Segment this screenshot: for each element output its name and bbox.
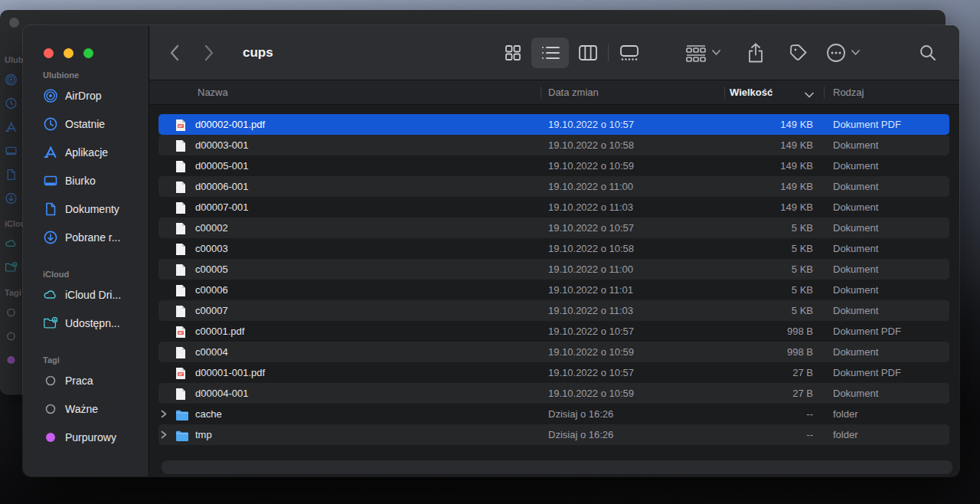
more-button[interactable]: [826, 43, 860, 63]
file-row[interactable]: d00001-001.pdf19.10.2022 o 10:5727 BDoku…: [158, 362, 949, 383]
chevron-down-icon: [851, 50, 860, 55]
file-row[interactable]: cacheDzisiaj o 16:26--folder: [158, 404, 949, 424]
file-kind: Dokument PDF: [833, 362, 901, 383]
header-size[interactable]: Wielkość: [730, 80, 773, 104]
sidebar-item-recents[interactable]: Ostatnie: [35, 110, 144, 138]
sidebar-item-shared[interactable]: Udostępn...: [35, 309, 144, 337]
sort-chevron-icon[interactable]: [805, 83, 814, 106]
chevron-down-icon: [712, 50, 720, 55]
file-kind: folder: [833, 424, 858, 445]
disclosure-chevron-icon[interactable]: [161, 424, 167, 445]
sidebar-item-tag-praca[interactable]: Praca: [35, 366, 144, 394]
column-divider[interactable]: [541, 87, 541, 99]
share-button[interactable]: [747, 42, 764, 63]
column-view-button[interactable]: [569, 38, 606, 68]
file-name: d00005-001: [195, 155, 248, 176]
file-name: d00003-001: [195, 135, 248, 155]
columns-icon: [578, 44, 598, 61]
tags-button[interactable]: [789, 43, 808, 63]
sidebar-section-header: iCloud: [43, 270, 144, 279]
file-row[interactable]: c0000219.10.2022 o 10:575 KBDokument: [158, 218, 949, 238]
sidebar-item-downloads[interactable]: Pobrane r...: [35, 223, 144, 251]
file-row[interactable]: d00007-00119.10.2022 o 11:03149 KBDokume…: [158, 197, 949, 218]
file-row[interactable]: c00001.pdf19.10.2022 o 10:57998 BDokumen…: [158, 321, 949, 342]
file-row[interactable]: d00006-00119.10.2022 o 11:00149 KBDokume…: [158, 176, 949, 197]
sidebar: UlubioneAirDropOstatnieAplikacjeBiurkoDo…: [23, 25, 149, 476]
sidebar-item-tag-wazne[interactable]: Ważne: [35, 394, 144, 423]
header-date[interactable]: Data zmian: [548, 80, 599, 104]
file-size: 5 KB: [694, 238, 813, 259]
file-name: c00003: [195, 238, 228, 259]
sidebar-item-label: Praca: [65, 375, 93, 387]
sidebar-item-tag-purple[interactable]: Purpurowy: [35, 423, 144, 451]
file-row[interactable]: c0000419.10.2022 o 10:59998 BDokument: [158, 342, 949, 362]
search-icon: [919, 44, 937, 62]
file-row[interactable]: c0000719.10.2022 o 11:035 KBDokument: [158, 300, 949, 321]
file-name: c00006: [195, 280, 228, 300]
tag-filled-icon: [43, 430, 58, 445]
sidebar-item-icloud-drive[interactable]: iCloud Dri...: [35, 280, 144, 309]
column-divider[interactable]: [824, 87, 825, 99]
file-row[interactable]: c0000619.10.2022 o 11:015 KBDokument: [158, 280, 949, 300]
file-row[interactable]: tmpDzisiaj o 16:26--folder: [158, 424, 949, 445]
file-kind: Dokument: [833, 300, 878, 321]
file-kind: Dokument PDF: [833, 114, 901, 135]
sidebar-item-label: Ostatnie: [65, 118, 105, 130]
file-kind: Dokument: [833, 176, 878, 197]
file-size: 149 KB: [694, 135, 813, 155]
file-name: c00002: [195, 218, 228, 238]
file-row[interactable]: d00004-00119.10.2022 o 10:5927 BDokument: [158, 383, 949, 404]
file-kind: folder: [833, 404, 858, 424]
sidebar-item-label: Purpurowy: [65, 431, 116, 443]
sidebar-item-documents[interactable]: Dokumenty: [35, 195, 144, 223]
file-size: 5 KB: [694, 259, 813, 280]
file-row[interactable]: c0000319.10.2022 o 10:585 KBDokument: [158, 238, 949, 259]
sidebar-item-label: Udostępn...: [65, 317, 120, 329]
minimize-button[interactable]: [64, 48, 74, 58]
forward-button[interactable]: [204, 44, 214, 61]
file-name: c00004: [195, 342, 228, 362]
file-date: 19.10.2022 o 10:57: [548, 218, 634, 238]
sidebar-item-desktop[interactable]: Biurko: [35, 166, 144, 195]
search-button[interactable]: [919, 44, 937, 62]
chevron-right-icon: [204, 44, 214, 61]
icon-view-button[interactable]: [494, 38, 531, 68]
group-button[interactable]: [685, 44, 720, 62]
sidebar-item-apps[interactable]: Aplikacje: [35, 138, 144, 166]
file-row[interactable]: d00002-001.pdf19.10.2022 o 10:57149 KBDo…: [158, 114, 949, 135]
grid-icon: [504, 44, 522, 62]
toolbar: cups: [149, 25, 959, 80]
file-name: c00001.pdf: [195, 321, 244, 342]
file-row[interactable]: c0000519.10.2022 o 11:005 KBDokument: [158, 259, 949, 280]
gallery-view-button[interactable]: [610, 38, 648, 68]
close-button[interactable]: [44, 48, 54, 58]
tag-outline-icon: [43, 401, 58, 417]
file-size: 149 KB: [694, 155, 813, 176]
zoom-button[interactable]: [83, 48, 93, 58]
share-icon: [747, 42, 764, 63]
file-row[interactable]: d00005-00119.10.2022 o 10:59149 KBDokume…: [158, 155, 949, 176]
file-size: 149 KB: [694, 114, 813, 135]
file-date: 19.10.2022 o 11:01: [548, 280, 633, 300]
file-kind: Dokument: [833, 342, 878, 362]
file-kind: Dokument: [833, 238, 878, 259]
file-row[interactable]: d00003-00119.10.2022 o 10:58149 KBDokume…: [158, 135, 949, 155]
file-size: 27 B: [694, 383, 813, 404]
file-name: tmp: [195, 424, 212, 445]
list-view-button[interactable]: [531, 38, 569, 68]
header-kind[interactable]: Rodzaj: [833, 80, 864, 104]
file-kind: Dokument: [833, 280, 878, 300]
disclosure-chevron-icon[interactable]: [161, 404, 167, 424]
list-header: Nazwa Data zmian Wielkość Rodzaj: [149, 80, 959, 105]
column-divider[interactable]: [724, 87, 725, 99]
folder-icon: [175, 428, 189, 449]
list-icon: [541, 44, 560, 61]
sidebar-item-airdrop[interactable]: AirDrop: [35, 81, 144, 110]
file-date: 19.10.2022 o 11:03: [548, 300, 633, 321]
section-gap: [35, 337, 144, 346]
header-name[interactable]: Nazwa: [198, 80, 228, 104]
document-icon: [43, 201, 58, 217]
file-kind: Dokument: [833, 135, 878, 155]
file-list: d00002-001.pdf19.10.2022 o 10:57149 KBDo…: [149, 105, 959, 476]
back-button[interactable]: [169, 44, 179, 61]
